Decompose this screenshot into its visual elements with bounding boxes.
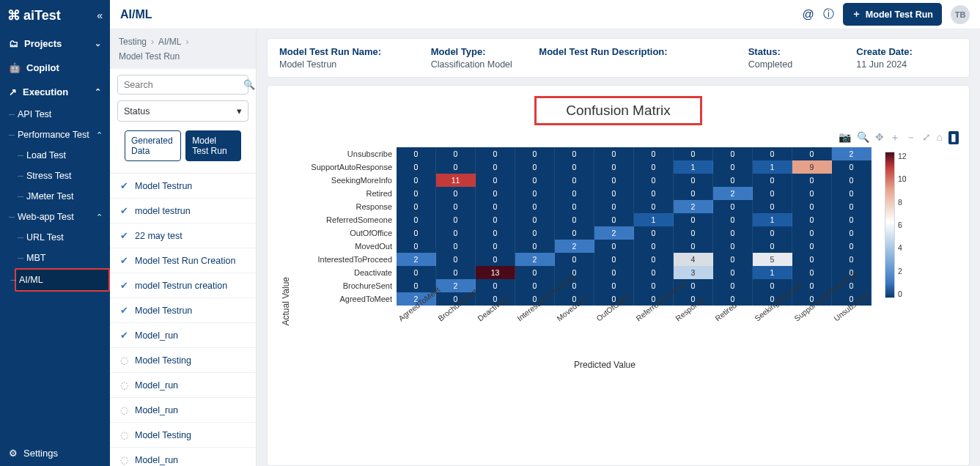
heatmap-cell[interactable]: 0 [436, 240, 476, 253]
heatmap-cell[interactable]: 11 [436, 174, 476, 187]
heatmap-cell[interactable]: 2 [674, 200, 713, 213]
heatmap-cell[interactable]: 0 [436, 147, 476, 160]
heatmap-cell[interactable]: 0 [594, 160, 634, 174]
run-list-item[interactable]: ◌Model Testing [110, 423, 256, 448]
heatmap-cell[interactable]: 0 [397, 200, 436, 213]
heatmap-cell[interactable]: 0 [792, 147, 832, 160]
heatmap-cell[interactable]: 0 [436, 213, 476, 226]
heatmap-cell[interactable]: 0 [515, 200, 555, 213]
heatmap-cell[interactable]: 2 [713, 187, 753, 200]
heatmap-cell[interactable]: 0 [832, 240, 872, 253]
avatar[interactable]: TB [951, 5, 970, 24]
sidebar-item-api-test[interactable]: API Test [15, 104, 110, 125]
info-icon[interactable]: ⓘ [823, 7, 834, 21]
heatmap-cell[interactable]: 0 [713, 160, 753, 174]
heatmap-cell[interactable]: 0 [555, 213, 594, 226]
heatmap-cell[interactable]: 0 [792, 266, 832, 279]
sidebar-item-settings[interactable]: ⚙ Settings [0, 440, 110, 466]
heatmap-cell[interactable]: 0 [832, 253, 872, 266]
heatmap-cell[interactable]: 0 [713, 147, 753, 160]
sidebar-item-aiml[interactable]: AI/ML [15, 268, 110, 292]
heatmap-cell[interactable]: 0 [476, 226, 515, 240]
zoom-in-icon[interactable]: ＋ [890, 131, 900, 144]
run-list-item[interactable]: ✔Model Testrun [110, 174, 256, 199]
heatmap-cell[interactable]: 0 [832, 174, 872, 187]
heatmap-cell[interactable]: 0 [713, 253, 753, 266]
run-list-item[interactable]: ✔model Testrun creation [110, 273, 256, 298]
run-list-item[interactable]: ✔Model Test Run Creation [110, 248, 256, 273]
sidebar-item-load-test[interactable]: Load Test [23, 145, 110, 166]
run-list-item[interactable]: ✔model testrun [110, 199, 256, 223]
heatmap-cell[interactable]: 0 [713, 174, 753, 187]
heatmap-cell[interactable]: 0 [397, 187, 436, 200]
heatmap-cell[interactable]: 2 [594, 226, 634, 240]
heatmap-cell[interactable]: 2 [397, 253, 436, 266]
heatmap-cell[interactable]: 0 [594, 213, 634, 226]
heatmap-cell[interactable]: 0 [713, 266, 753, 279]
heatmap-cell[interactable]: 0 [476, 279, 515, 292]
heatmap-cell[interactable]: 0 [436, 266, 476, 279]
heatmap-cell[interactable]: 0 [753, 174, 792, 187]
sidebar-item-execution[interactable]: ↗ Execution ⌃ [0, 80, 110, 104]
camera-icon[interactable]: 📷 [839, 131, 851, 144]
heatmap-cell[interactable]: 0 [436, 160, 476, 174]
heatmap-cell[interactable]: 0 [792, 200, 832, 213]
heatmap-cell[interactable]: 0 [397, 240, 436, 253]
heatmap-cell[interactable]: 0 [634, 253, 674, 266]
heatmap-cell[interactable]: 0 [436, 226, 476, 240]
heatmap-cell[interactable]: 0 [555, 174, 594, 187]
heatmap-cell[interactable]: 0 [792, 240, 832, 253]
run-list-item[interactable]: ✔Model Testrun [110, 298, 256, 323]
heatmap-cell[interactable]: 0 [515, 187, 555, 200]
heatmap-cell[interactable]: 0 [634, 266, 674, 279]
heatmap-cell[interactable]: 0 [634, 226, 674, 240]
heatmap-cell[interactable]: 0 [674, 240, 713, 253]
heatmap-cell[interactable]: 0 [753, 240, 792, 253]
heatmap-cell[interactable]: 0 [555, 160, 594, 174]
heatmap-cell[interactable]: 0 [397, 266, 436, 279]
sidebar-item-url-test[interactable]: URL Test [23, 227, 110, 248]
crumb[interactable]: Testing [119, 37, 147, 47]
heatmap-cell[interactable]: 0 [397, 174, 436, 187]
tab-model-test-run[interactable]: Model Test Run [185, 130, 241, 161]
sidebar-item-webapp-test[interactable]: Web-app Test⌃ [15, 207, 110, 227]
heatmap-cell[interactable]: 0 [515, 160, 555, 174]
heatmap-cell[interactable]: 2 [555, 240, 594, 253]
run-list-item[interactable]: ✔Model_run [110, 323, 256, 348]
sidebar-item-performance-test[interactable]: Performance Test⌃ [15, 125, 110, 145]
heatmap-cell[interactable]: 0 [713, 213, 753, 226]
heatmap-cell[interactable]: 0 [792, 253, 832, 266]
heatmap-cell[interactable]: 0 [515, 174, 555, 187]
heatmap-cell[interactable]: 1 [634, 213, 674, 226]
heatmap-cell[interactable]: 0 [753, 147, 792, 160]
heatmap-cell[interactable]: 0 [397, 160, 436, 174]
heatmap-cell[interactable]: 0 [436, 187, 476, 200]
heatmap-cell[interactable]: 0 [476, 160, 515, 174]
search-icon[interactable]: 🔍 [243, 79, 255, 90]
heatmap-cell[interactable]: 0 [555, 226, 594, 240]
heatmap-cell[interactable]: 0 [555, 200, 594, 213]
heatmap-cell[interactable]: 2 [832, 147, 872, 160]
heatmap-cell[interactable]: 0 [555, 253, 594, 266]
heatmap-cell[interactable]: 2 [515, 253, 555, 266]
sidebar-item-stress-test[interactable]: Stress Test [23, 166, 110, 186]
heatmap-cell[interactable]: 0 [594, 279, 634, 292]
heatmap-cell[interactable]: 1 [753, 213, 792, 226]
heatmap-cell[interactable]: 1 [753, 266, 792, 279]
heatmap-cell[interactable]: 0 [436, 200, 476, 213]
search-input[interactable] [124, 80, 239, 90]
heatmap-cell[interactable]: 0 [634, 174, 674, 187]
heatmap-cell[interactable]: 0 [476, 200, 515, 213]
heatmap-cell[interactable]: 0 [713, 226, 753, 240]
heatmap-cell[interactable]: 0 [594, 253, 634, 266]
heatmap-cell[interactable]: 0 [515, 266, 555, 279]
run-list-item[interactable]: ◌Model_run [110, 448, 256, 466]
home-icon[interactable]: ⌂ [937, 131, 943, 144]
heatmap-cell[interactable]: 0 [476, 213, 515, 226]
heatmap-cell[interactable]: 0 [436, 253, 476, 266]
run-list-item[interactable]: ◌Model_run [110, 398, 256, 423]
heatmap-cell[interactable]: 0 [674, 213, 713, 226]
heatmap-cell[interactable]: 0 [594, 174, 634, 187]
heatmap-cell[interactable]: 0 [792, 174, 832, 187]
heatmap-cell[interactable]: 0 [832, 187, 872, 200]
